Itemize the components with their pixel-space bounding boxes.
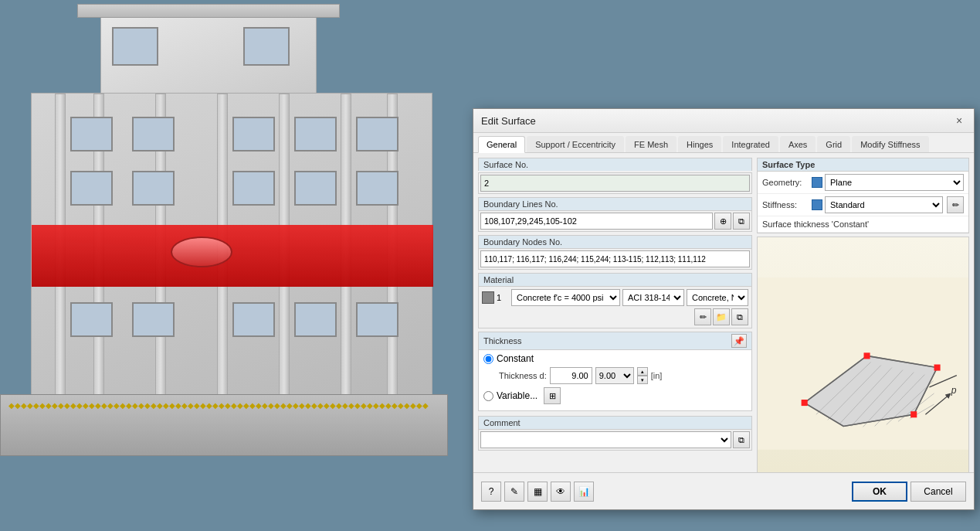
window (232, 302, 275, 337)
thickness-label: Thickness 📌 (479, 332, 751, 350)
tab-grid[interactable]: Grid (817, 136, 850, 152)
tab-bar: General Support / Eccentricity FE Mesh H… (473, 133, 974, 153)
background-scene: ◆◆◆◆◆◆◆◆◆◆◆◆◆◆◆◆◆◆◆◆◆◆◆◆◆◆◆◆◆◆◆◆◆◆◆◆◆◆◆◆… (0, 0, 479, 531)
thickness-spinner-up[interactable]: ▴ (637, 367, 648, 376)
material-swatch (482, 291, 494, 304)
geometry-dropdown-wrap: Plane (812, 174, 964, 191)
boundary-lines-copy-btn[interactable]: ⧉ (733, 213, 750, 230)
stiffness-swatch (812, 199, 822, 210)
building-base: ◆◆◆◆◆◆◆◆◆◆◆◆◆◆◆◆◆◆◆◆◆◆◆◆◆◆◆◆◆◆◆◆◆◆◆◆◆◆◆◆… (0, 394, 448, 456)
window (70, 302, 113, 337)
material-standard-select[interactable]: ACI 318-14 (622, 289, 684, 306)
material-num: 1 (497, 293, 509, 302)
tab-general[interactable]: General (478, 136, 525, 153)
tab-support-eccentricity[interactable]: Support / Eccentricity (527, 136, 624, 152)
window (132, 171, 175, 206)
left-panel: Surface No. Boundary Lines No. ⊕ ⧉ Bound… (478, 158, 752, 491)
foundation-anchors: ◆◆◆◆◆◆◆◆◆◆◆◆◆◆◆◆◆◆◆◆◆◆◆◆◆◆◆◆◆◆◆◆◆◆◆◆◆◆◆◆… (1, 395, 447, 416)
dialog-title: Edit Surface (481, 115, 536, 127)
thickness-spinner: ▴ ▾ (637, 367, 648, 384)
roof-canopy (77, 4, 340, 18)
material-type-select[interactable]: Concrete, No (687, 289, 748, 306)
window (356, 171, 398, 206)
variable-label: Variable... (497, 390, 537, 401)
close-button[interactable]: × (952, 114, 966, 128)
tab-modify-stiffness[interactable]: Modify Stiffness (852, 136, 928, 152)
material-desc1-select[interactable]: Concrete f'c = 4000 psi (511, 289, 620, 306)
window (70, 171, 113, 206)
material-edit-btn[interactable]: ✏ (694, 308, 711, 325)
window (112, 27, 158, 66)
thickness-d-input[interactable] (550, 367, 592, 384)
surface-no-label: Surface No. (478, 158, 752, 171)
stiffness-row: Stiffness: Standard ✏ (758, 194, 968, 216)
edit-surface-dialog: Edit Surface × General Support / Eccentr… (473, 108, 975, 510)
window (294, 171, 337, 206)
geometry-row: Geometry: Plane (758, 172, 968, 194)
thickness-body: Constant Thickness d: 9.00 ▴ ▾ [in] (479, 350, 751, 410)
tab-hinges[interactable]: Hinges (678, 136, 721, 152)
support-marker-1 (802, 400, 808, 406)
variable-radio-row: Variable... ⊞ (483, 387, 747, 404)
window (132, 117, 175, 151)
variable-browse-btn[interactable]: ⊞ (544, 387, 561, 404)
surface-no-input[interactable] (480, 175, 750, 192)
edit-btn[interactable]: ✎ (504, 482, 524, 502)
view-btn[interactable]: 👁 (551, 482, 571, 502)
stiffness-edit-btn[interactable]: ✏ (947, 196, 964, 213)
stiffness-select[interactable]: Standard (825, 196, 943, 213)
window (243, 27, 290, 66)
boundary-lines-select-btn[interactable]: ⊕ (714, 213, 731, 230)
material-browse-btn[interactable]: 📁 (713, 308, 730, 325)
window (132, 302, 175, 337)
surface-type-header: Surface Type (758, 158, 968, 172)
constant-radio[interactable] (483, 354, 493, 364)
tab-fe-mesh[interactable]: FE Mesh (626, 136, 677, 152)
building-model: ◆◆◆◆◆◆◆◆◆◆◆◆◆◆◆◆◆◆◆◆◆◆◆◆◆◆◆◆◆◆◆◆◆◆◆◆◆◆◆◆… (0, 0, 417, 479)
geometry-select[interactable]: Plane (825, 174, 964, 191)
preview-svg: p (758, 237, 968, 490)
thickness-pin-btn[interactable]: 📌 (731, 334, 747, 348)
thickness-value-select[interactable]: 9.00 (595, 367, 634, 384)
material-section: Material 1 Concrete f'c = 4000 psi ACI 3… (478, 273, 752, 328)
window (232, 171, 275, 206)
cancel-button[interactable]: Cancel (910, 482, 966, 502)
variable-radio[interactable] (483, 391, 493, 401)
selected-floor-band (32, 225, 433, 287)
material-row: 1 Concrete f'c = 4000 psi ACI 318-14 Con… (482, 289, 748, 306)
comment-copy-btn[interactable]: ⧉ (733, 431, 750, 448)
boundary-lines-row: ⊕ ⧉ (478, 210, 752, 232)
material-copy-btn[interactable]: ⧉ (731, 308, 748, 325)
ok-button[interactable]: OK (852, 482, 907, 502)
geometry-label: Geometry: (762, 178, 809, 187)
help-btn[interactable]: ? (481, 482, 501, 502)
dialog-bottom-bar: ? ✎ ▦ 👁 📊 OK Cancel (473, 472, 974, 509)
tab-axes[interactable]: Axes (780, 136, 816, 152)
comment-select[interactable] (480, 431, 731, 448)
chart-btn[interactable]: 📊 (574, 482, 594, 502)
building-main (31, 93, 432, 402)
boundary-nodes-label: Boundary Nodes No. (478, 235, 752, 248)
window (70, 117, 113, 151)
comment-section: Comment ⧉ (478, 416, 752, 451)
boundary-lines-input[interactable] (480, 213, 713, 230)
window (294, 302, 337, 337)
surface-no-section: Surface No. (478, 158, 752, 194)
floor-opening (171, 237, 232, 267)
support-marker-2 (864, 352, 870, 359)
window (294, 117, 337, 151)
surface-type-section: Surface Type Geometry: Plane Stiffness: (757, 158, 969, 233)
boundary-nodes-input[interactable] (480, 250, 750, 267)
thickness-spinner-down[interactable]: ▾ (637, 376, 648, 384)
constant-label: Constant (497, 353, 534, 364)
surface-preview: p (757, 237, 969, 491)
table-btn[interactable]: ▦ (527, 482, 548, 502)
support-marker-4 (934, 365, 941, 371)
surface-thickness-info: Surface thickness 'Constant' (758, 216, 968, 233)
boundary-nodes-row (478, 248, 752, 270)
window (356, 117, 398, 151)
comment-label: Comment (478, 416, 752, 429)
constant-radio-row: Constant (483, 353, 747, 364)
support-marker-3 (910, 411, 917, 417)
tab-integrated[interactable]: Integrated (723, 136, 778, 152)
